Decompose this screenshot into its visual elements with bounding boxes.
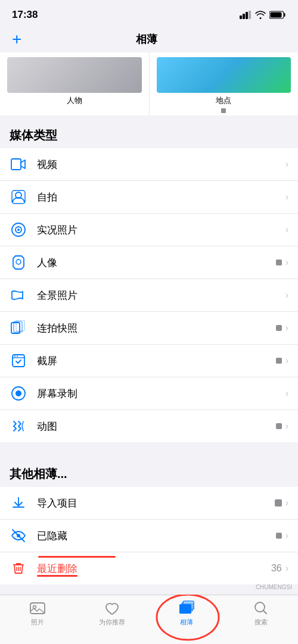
list-item-animated[interactable]: 动图 › <box>0 410 298 442</box>
panorama-right: › <box>285 290 288 301</box>
tab-bar: 照片 为你推荐 相薄 <box>0 595 298 644</box>
thumb-item-people[interactable]: 人物 <box>0 52 150 115</box>
screenshot-label: 截屏 <box>37 354 276 368</box>
thumb-img-places <box>157 57 291 93</box>
deleted-label: 最近删除 <box>37 562 271 576</box>
import-right: › <box>275 498 288 508</box>
page-wrapper: 17:38 + 相薄 <box>0 0 298 644</box>
tab-item-foryou[interactable]: 为你推荐 <box>74 600 149 627</box>
photos-tab-icon <box>29 600 46 617</box>
svg-rect-0 <box>240 15 242 19</box>
add-button[interactable]: + <box>12 31 21 48</box>
list-item-selfie[interactable]: 自拍 › <box>0 181 298 214</box>
search-tab-label: 搜索 <box>254 618 268 627</box>
list-item-screenshot[interactable]: 截屏 › <box>0 345 298 377</box>
other-section-header: 其他相薄... <box>0 454 298 487</box>
svg-rect-1 <box>243 14 245 19</box>
foryou-tab-icon <box>104 600 120 617</box>
screen-record-right: › <box>285 388 288 399</box>
list-item-video[interactable]: 视频 › <box>0 148 298 181</box>
wifi-icon <box>255 11 266 19</box>
tab-item-search[interactable]: 搜索 <box>224 600 298 627</box>
media-section-header: 媒体类型 <box>0 115 298 148</box>
deleted-icon <box>10 559 27 577</box>
burst-badge <box>276 325 282 331</box>
photos-tab-label: 照片 <box>31 618 44 627</box>
signal-icon <box>240 11 252 19</box>
page-title: 相薄 <box>136 32 157 46</box>
list-item-deleted[interactable]: 最近删除 36 › <box>0 552 298 584</box>
video-right: › <box>285 159 288 170</box>
screenshot-badge <box>276 358 282 364</box>
portrait-right: › <box>276 257 288 268</box>
media-list: 视频 › 自拍 › <box>0 148 298 442</box>
import-badge <box>275 499 282 507</box>
svg-rect-2 <box>246 12 248 19</box>
list-item-portrait[interactable]: 人像 › <box>0 246 298 279</box>
import-icon <box>10 494 27 512</box>
list-item-burst[interactable]: 连拍快照 › <box>0 312 298 345</box>
live-icon <box>10 221 27 239</box>
albums-tab-icon <box>178 600 195 617</box>
screen-record-icon <box>10 384 27 402</box>
live-right: › <box>285 224 288 235</box>
tab-item-albums[interactable]: 相薄 <box>149 600 224 627</box>
list-item-import[interactable]: 导入项目 › <box>0 487 298 520</box>
animated-right: › <box>276 421 288 432</box>
burst-right: › <box>276 323 288 333</box>
screenshot-icon <box>10 352 27 370</box>
svg-rect-5 <box>271 12 282 18</box>
video-icon <box>10 155 27 173</box>
live-label: 实况照片 <box>37 223 285 237</box>
list-item-panorama[interactable]: 全景照片 › <box>0 279 298 312</box>
hidden-label: 已隐藏 <box>37 529 276 543</box>
thumb-dot-places <box>221 108 226 113</box>
animated-badge <box>276 423 282 429</box>
selfie-right: › <box>285 192 288 202</box>
screenshot-right: › <box>276 355 288 366</box>
hidden-badge <box>276 533 282 539</box>
video-label: 视频 <box>37 158 285 171</box>
svg-point-17 <box>14 356 15 357</box>
deleted-label-text: 最近删除 <box>37 562 77 576</box>
hidden-icon <box>10 527 27 545</box>
thumb-strip: 人物 地点 <box>0 52 298 115</box>
svg-rect-3 <box>249 11 251 19</box>
svg-point-18 <box>17 356 18 357</box>
section-separator <box>0 442 298 454</box>
thumb-label-people: 人物 <box>7 95 142 106</box>
list-item-screen-record[interactable]: 屏幕录制 › <box>0 377 298 410</box>
tab-item-photos[interactable]: 照片 <box>0 600 74 627</box>
thumb-label-places: 地点 <box>157 95 291 106</box>
burst-label: 连拍快照 <box>37 321 276 335</box>
list-item-hidden[interactable]: 已隐藏 › <box>0 520 298 552</box>
foryou-tab-label: 为你推荐 <box>99 618 125 627</box>
svg-point-20 <box>15 390 21 396</box>
panorama-label: 全景照片 <box>37 289 285 302</box>
svg-point-12 <box>16 260 21 264</box>
status-icons <box>240 11 286 19</box>
deleted-right: 36 › <box>271 563 288 574</box>
deleted-count: 36 <box>271 563 282 574</box>
portrait-badge <box>276 260 282 265</box>
svg-point-11 <box>17 229 20 231</box>
portrait-icon <box>10 254 27 271</box>
screen-record-label: 屏幕录制 <box>37 387 285 401</box>
burst-icon <box>10 319 27 337</box>
svg-rect-22 <box>30 603 45 614</box>
albums-tab-label: 相薄 <box>180 618 193 627</box>
search-tab-icon <box>253 600 269 617</box>
status-time: 17:38 <box>12 9 38 21</box>
selfie-icon <box>10 188 27 206</box>
panorama-icon <box>10 286 27 304</box>
main-content: 人物 地点 媒体类型 视频 › <box>0 52 298 644</box>
animated-label: 动图 <box>37 420 276 433</box>
svg-rect-6 <box>11 159 21 170</box>
battery-icon <box>269 11 286 19</box>
other-list: 导入项目 › 已隐藏 › <box>0 487 298 584</box>
animated-icon <box>10 417 27 435</box>
list-item-live[interactable]: 实况照片 › <box>0 214 298 246</box>
thumb-item-places[interactable]: 地点 <box>150 52 299 115</box>
watermark: CHUMENGSI <box>256 584 292 590</box>
nav-bar: + 相薄 <box>0 26 298 52</box>
